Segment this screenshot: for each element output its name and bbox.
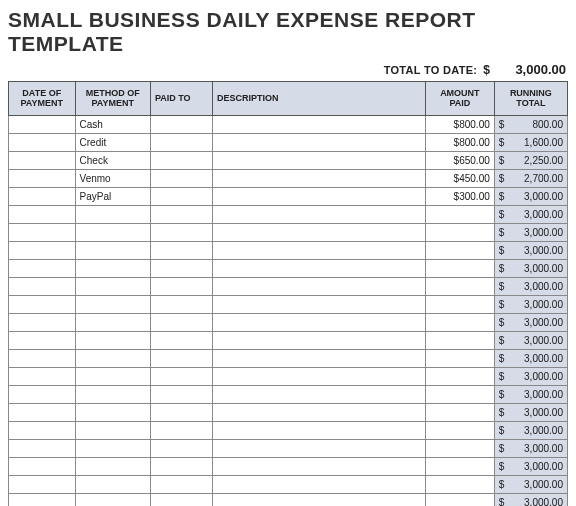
cell-amount[interactable]: [426, 241, 495, 259]
cell-amount[interactable]: [426, 277, 495, 295]
cell-amount[interactable]: [426, 295, 495, 313]
cell-paidto[interactable]: [150, 187, 212, 205]
cell-desc[interactable]: [213, 151, 426, 169]
cell-date[interactable]: [9, 421, 76, 439]
cell-method[interactable]: PayPal: [75, 187, 150, 205]
cell-method[interactable]: [75, 403, 150, 421]
cell-desc[interactable]: [213, 205, 426, 223]
cell-amount[interactable]: [426, 331, 495, 349]
cell-method[interactable]: [75, 385, 150, 403]
cell-paidto[interactable]: [150, 331, 212, 349]
cell-paidto[interactable]: [150, 475, 212, 493]
cell-date[interactable]: [9, 295, 76, 313]
cell-desc[interactable]: [213, 493, 426, 506]
cell-paidto[interactable]: [150, 403, 212, 421]
cell-amount[interactable]: $800.00: [426, 133, 495, 151]
cell-paidto[interactable]: [150, 385, 212, 403]
cell-date[interactable]: [9, 277, 76, 295]
cell-paidto[interactable]: [150, 241, 212, 259]
cell-desc[interactable]: [213, 457, 426, 475]
cell-date[interactable]: [9, 457, 76, 475]
cell-date[interactable]: [9, 475, 76, 493]
cell-method[interactable]: [75, 475, 150, 493]
cell-date[interactable]: [9, 367, 76, 385]
cell-date[interactable]: [9, 385, 76, 403]
cell-amount[interactable]: [426, 205, 495, 223]
cell-method[interactable]: [75, 241, 150, 259]
cell-method[interactable]: [75, 205, 150, 223]
cell-method[interactable]: [75, 367, 150, 385]
cell-paidto[interactable]: [150, 277, 212, 295]
cell-method[interactable]: Check: [75, 151, 150, 169]
cell-desc[interactable]: [213, 367, 426, 385]
cell-paidto[interactable]: [150, 493, 212, 506]
cell-method[interactable]: [75, 331, 150, 349]
cell-method[interactable]: [75, 439, 150, 457]
cell-desc[interactable]: [213, 385, 426, 403]
cell-method[interactable]: [75, 493, 150, 506]
cell-desc[interactable]: [213, 331, 426, 349]
cell-paidto[interactable]: [150, 313, 212, 331]
cell-amount[interactable]: $300.00: [426, 187, 495, 205]
cell-desc[interactable]: [213, 115, 426, 133]
cell-method[interactable]: Venmo: [75, 169, 150, 187]
cell-paidto[interactable]: [150, 169, 212, 187]
cell-amount[interactable]: [426, 439, 495, 457]
cell-amount[interactable]: [426, 349, 495, 367]
cell-amount[interactable]: [426, 493, 495, 506]
cell-paidto[interactable]: [150, 205, 212, 223]
cell-date[interactable]: [9, 169, 76, 187]
cell-paidto[interactable]: [150, 133, 212, 151]
cell-desc[interactable]: [213, 421, 426, 439]
cell-paidto[interactable]: [150, 439, 212, 457]
cell-desc[interactable]: [213, 277, 426, 295]
cell-date[interactable]: [9, 259, 76, 277]
cell-paidto[interactable]: [150, 349, 212, 367]
cell-amount[interactable]: [426, 367, 495, 385]
cell-paidto[interactable]: [150, 421, 212, 439]
cell-desc[interactable]: [213, 295, 426, 313]
cell-desc[interactable]: [213, 223, 426, 241]
cell-desc[interactable]: [213, 133, 426, 151]
cell-method[interactable]: [75, 421, 150, 439]
cell-method[interactable]: Cash: [75, 115, 150, 133]
cell-method[interactable]: [75, 277, 150, 295]
cell-desc[interactable]: [213, 475, 426, 493]
cell-paidto[interactable]: [150, 223, 212, 241]
cell-date[interactable]: [9, 151, 76, 169]
cell-date[interactable]: [9, 439, 76, 457]
cell-paidto[interactable]: [150, 115, 212, 133]
cell-amount[interactable]: $800.00: [426, 115, 495, 133]
cell-paidto[interactable]: [150, 457, 212, 475]
cell-date[interactable]: [9, 313, 76, 331]
cell-amount[interactable]: [426, 421, 495, 439]
cell-method[interactable]: [75, 259, 150, 277]
cell-date[interactable]: [9, 187, 76, 205]
cell-method[interactable]: [75, 295, 150, 313]
cell-paidto[interactable]: [150, 295, 212, 313]
cell-method[interactable]: [75, 349, 150, 367]
cell-method[interactable]: [75, 313, 150, 331]
cell-date[interactable]: [9, 115, 76, 133]
cell-method[interactable]: [75, 223, 150, 241]
cell-amount[interactable]: $650.00: [426, 151, 495, 169]
cell-date[interactable]: [9, 493, 76, 506]
cell-amount[interactable]: [426, 385, 495, 403]
cell-date[interactable]: [9, 349, 76, 367]
cell-amount[interactable]: [426, 475, 495, 493]
cell-paidto[interactable]: [150, 259, 212, 277]
cell-amount[interactable]: [426, 313, 495, 331]
cell-amount[interactable]: $450.00: [426, 169, 495, 187]
cell-amount[interactable]: [426, 403, 495, 421]
cell-paidto[interactable]: [150, 151, 212, 169]
cell-desc[interactable]: [213, 403, 426, 421]
cell-desc[interactable]: [213, 439, 426, 457]
cell-desc[interactable]: [213, 349, 426, 367]
cell-date[interactable]: [9, 331, 76, 349]
cell-date[interactable]: [9, 241, 76, 259]
cell-amount[interactable]: [426, 457, 495, 475]
cell-amount[interactable]: [426, 223, 495, 241]
cell-amount[interactable]: [426, 259, 495, 277]
cell-method[interactable]: [75, 457, 150, 475]
cell-date[interactable]: [9, 223, 76, 241]
